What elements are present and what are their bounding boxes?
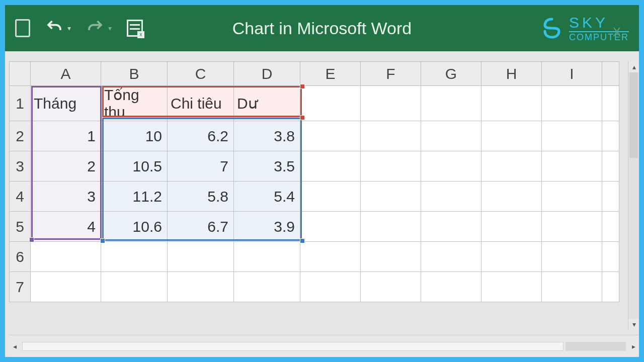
- col-header-B[interactable]: B: [101, 62, 168, 86]
- vertical-scrollbar[interactable]: ▴ ▾: [628, 61, 639, 330]
- cell-H2[interactable]: [481, 121, 542, 151]
- vscroll-track[interactable]: [628, 72, 639, 319]
- cell-F4[interactable]: [361, 182, 421, 212]
- row-header-7[interactable]: 7: [10, 272, 31, 302]
- cell-H4[interactable]: [481, 182, 542, 212]
- undo-button[interactable]: ▾: [45, 18, 71, 38]
- cell-J3[interactable]: [602, 151, 619, 182]
- row-header-3[interactable]: 3: [10, 151, 31, 182]
- edit-data-button[interactable]: x: [127, 20, 143, 37]
- cell-E1[interactable]: [300, 86, 361, 121]
- cell-A6[interactable]: [31, 242, 101, 272]
- col-header-H[interactable]: H: [481, 62, 542, 86]
- row-header-1[interactable]: 1: [10, 86, 31, 121]
- cell-J6[interactable]: [602, 242, 619, 272]
- cell-D6[interactable]: [234, 242, 300, 272]
- cell-D2[interactable]: 3.8: [234, 121, 300, 151]
- cell-D1[interactable]: Dư: [234, 86, 300, 121]
- cell-A2[interactable]: 1: [31, 121, 101, 151]
- save-button[interactable]: [15, 19, 30, 37]
- scroll-down-icon[interactable]: ▾: [628, 319, 639, 330]
- row-header-4[interactable]: 4: [10, 182, 31, 212]
- cell-A1[interactable]: Tháng: [31, 86, 101, 121]
- cell-G2[interactable]: [421, 121, 481, 151]
- cell-F1[interactable]: [361, 86, 421, 121]
- close-button[interactable]: X: [613, 25, 621, 39]
- col-header-E[interactable]: E: [300, 62, 361, 86]
- cell-F5[interactable]: [361, 212, 421, 242]
- cell-B2[interactable]: 10: [101, 121, 168, 151]
- cell-C2[interactable]: 6.2: [168, 121, 234, 151]
- col-header-D[interactable]: D: [234, 62, 300, 86]
- redo-dropdown-icon[interactable]: ▾: [108, 24, 112, 32]
- cell-C1[interactable]: Chi tiêu: [168, 86, 234, 121]
- cell-G4[interactable]: [421, 182, 481, 212]
- col-header-I[interactable]: I: [542, 62, 602, 86]
- col-header-F[interactable]: F: [361, 62, 421, 86]
- cell-J7[interactable]: [602, 272, 619, 302]
- cell-A7[interactable]: [31, 272, 101, 302]
- cell-H3[interactable]: [481, 151, 542, 182]
- cell-G6[interactable]: [421, 242, 481, 272]
- col-header-C[interactable]: C: [168, 62, 234, 86]
- cell-E5[interactable]: [300, 212, 361, 242]
- scroll-up-icon[interactable]: ▴: [628, 61, 639, 72]
- cell-C7[interactable]: [168, 272, 234, 302]
- cell-D7[interactable]: [234, 272, 300, 302]
- cell-I4[interactable]: [542, 182, 602, 212]
- cell-E6[interactable]: [300, 242, 361, 272]
- cell-I2[interactable]: [542, 121, 602, 151]
- cell-E4[interactable]: [300, 182, 361, 212]
- cell-J2[interactable]: [602, 121, 619, 151]
- cell-H1[interactable]: [481, 86, 542, 121]
- cell-E3[interactable]: [300, 151, 361, 182]
- cell-H6[interactable]: [481, 242, 542, 272]
- cell-A4[interactable]: 3: [31, 182, 101, 212]
- cell-C5[interactable]: 6.7: [168, 212, 234, 242]
- cell-B1[interactable]: Tổng thu: [101, 86, 168, 121]
- cell-E2[interactable]: [300, 121, 361, 151]
- cell-I6[interactable]: [542, 242, 602, 272]
- cell-I5[interactable]: [542, 212, 602, 242]
- col-header-extra[interactable]: [602, 62, 619, 86]
- row-header-5[interactable]: 5: [10, 212, 31, 242]
- cell-J1[interactable]: [602, 86, 619, 121]
- scroll-left-icon[interactable]: ◂: [9, 341, 20, 352]
- col-header-A[interactable]: A: [31, 62, 101, 86]
- redo-button[interactable]: ▾: [86, 18, 112, 38]
- cell-G7[interactable]: [421, 272, 481, 302]
- cell-C6[interactable]: [168, 242, 234, 272]
- select-all-corner[interactable]: [10, 62, 31, 86]
- spreadsheet-grid[interactable]: A B C D E F G H I 1 Tháng Tổng th: [9, 61, 619, 302]
- cell-B3[interactable]: 10.5: [101, 151, 168, 182]
- row-header-2[interactable]: 2: [10, 121, 31, 151]
- cell-A5[interactable]: 4: [31, 212, 101, 242]
- cell-J5[interactable]: [602, 212, 619, 242]
- cell-D3[interactable]: 3.5: [234, 151, 300, 182]
- horizontal-scrollbar[interactable]: ◂ ▸: [9, 335, 639, 357]
- cell-D5[interactable]: 3.9: [234, 212, 300, 242]
- hscroll-track[interactable]: [22, 342, 564, 351]
- cell-B5[interactable]: 10.6: [101, 212, 168, 242]
- cell-D4[interactable]: 5.4: [234, 182, 300, 212]
- hscroll-thumb[interactable]: [566, 342, 626, 351]
- undo-dropdown-icon[interactable]: ▾: [67, 24, 71, 32]
- cell-B4[interactable]: 11.2: [101, 182, 168, 212]
- vscroll-thumb[interactable]: [629, 72, 638, 158]
- cell-I3[interactable]: [542, 151, 602, 182]
- cell-H5[interactable]: [481, 212, 542, 242]
- cell-G3[interactable]: [421, 151, 481, 182]
- cell-F6[interactable]: [361, 242, 421, 272]
- cell-F7[interactable]: [361, 272, 421, 302]
- scroll-right-icon[interactable]: ▸: [628, 341, 639, 352]
- cell-C3[interactable]: 7: [168, 151, 234, 182]
- cell-C4[interactable]: 5.8: [168, 182, 234, 212]
- cell-F2[interactable]: [361, 121, 421, 151]
- cell-G5[interactable]: [421, 212, 481, 242]
- cell-B6[interactable]: [101, 242, 168, 272]
- cell-I7[interactable]: [542, 272, 602, 302]
- cell-F3[interactable]: [361, 151, 421, 182]
- cell-J4[interactable]: [602, 182, 619, 212]
- cell-B7[interactable]: [101, 272, 168, 302]
- cell-A3[interactable]: 2: [31, 151, 101, 182]
